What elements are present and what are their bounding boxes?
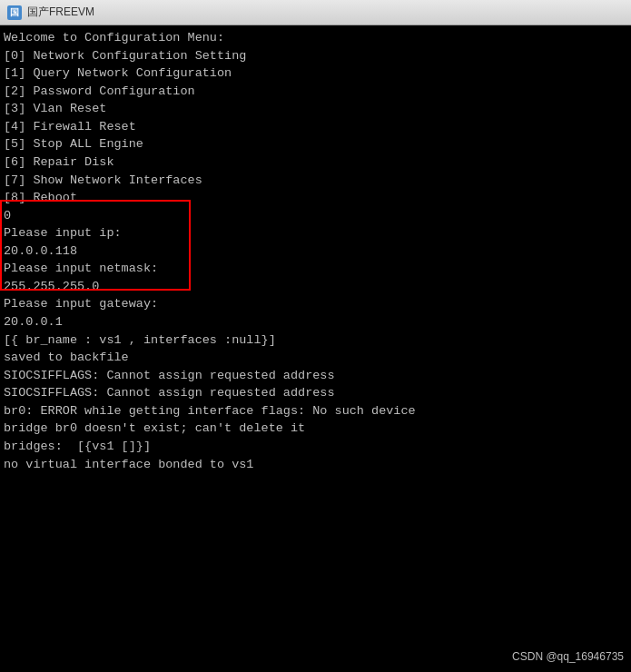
terminal-line: [5] Stop ALL Engine	[4, 135, 627, 153]
terminal-line: Please input ip:	[4, 224, 627, 242]
terminal-line: [{ br_name : vs1 , interfaces :null}]	[4, 331, 627, 350]
terminal-line: [2] Password Configuration	[4, 83, 627, 101]
terminal-line: bridge br0 doesn't exist; can't delete i…	[4, 420, 627, 438]
title-bar-text: 国产FREEVM	[27, 5, 94, 20]
terminal-content: Welcome to Configuration Menu:[0] Networ…	[4, 29, 627, 473]
terminal-line: 20.0.0.118	[4, 242, 627, 261]
terminal-line: 255.255.255.0	[4, 278, 627, 296]
terminal-line: 0	[4, 207, 627, 225]
terminal[interactable]: Welcome to Configuration Menu:[0] Networ…	[0, 25, 631, 672]
terminal-line: bridges: [{vs1 []}]	[4, 438, 627, 456]
terminal-line: no virtual interface bonded to vs1	[4, 456, 627, 474]
terminal-line: [7] Show Network Interfaces	[4, 172, 627, 190]
terminal-line: [0] Network Configuration Setting	[4, 47, 627, 65]
terminal-line: [4] Firewall Reset	[4, 118, 627, 136]
terminal-line: [6] Repair Disk	[4, 153, 627, 172]
app-icon: 国	[7, 5, 22, 20]
terminal-line: 20.0.0.1	[4, 313, 627, 331]
terminal-line: [1] Query Network Configuration	[4, 64, 627, 83]
terminal-line: SIOCSIFFLAGS: Cannot assign requested ad…	[4, 367, 627, 385]
terminal-line: br0: ERROR while getting interface flags…	[4, 402, 627, 420]
terminal-line: saved to backfile	[4, 349, 627, 367]
terminal-line: Please input netmask:	[4, 260, 627, 278]
terminal-line: Welcome to Configuration Menu:	[4, 29, 627, 47]
terminal-line: SIOCSIFFLAGS: Cannot assign requested ad…	[4, 384, 627, 402]
terminal-line: [8] Reboot	[4, 189, 627, 207]
terminal-line: [3] Vlan Reset	[4, 100, 627, 118]
terminal-line: Please input gateway:	[4, 295, 627, 313]
title-bar: 国 国产FREEVM	[0, 0, 631, 25]
watermark: CSDN @qq_16946735	[512, 649, 624, 665]
